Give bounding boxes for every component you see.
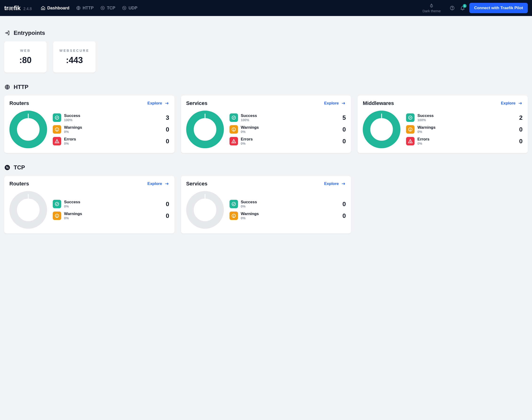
bell-badge: 1 [463, 4, 467, 8]
stat-warnings: Warnings0% 0 [229, 211, 346, 220]
stat-label: Warnings [241, 125, 259, 130]
svg-point-29 [57, 216, 57, 217]
alert-triangle-icon [53, 137, 61, 145]
stat-pct: 0% [64, 216, 82, 220]
stat-count: 3 [166, 114, 169, 121]
donut-chart [186, 191, 224, 229]
stat-success: Success100% 5 [229, 113, 346, 122]
svg-point-10 [57, 130, 57, 131]
dark-theme-label: Dark theme [423, 9, 441, 13]
alert-triangle-icon [229, 137, 238, 145]
card-title: Services [186, 100, 208, 106]
content: Entrypoints WEB :80 WEBSECURE :443 HTTP … [0, 16, 532, 243]
section-tcp-title: TCP [14, 164, 25, 171]
stat-errors: Errors0% 0 [406, 137, 523, 145]
login-icon [4, 30, 10, 36]
stat-label: Success [64, 200, 80, 205]
alert-circle-icon [229, 125, 238, 134]
explore-link[interactable]: Explore [324, 101, 346, 106]
svg-point-23 [410, 142, 410, 143]
stat-count: 0 [166, 138, 169, 145]
stat-warnings: Warnings0% 0 [53, 125, 169, 134]
stat-label: Success [64, 113, 80, 118]
stat-success: Success0% 0 [229, 200, 346, 208]
nav-dashboard[interactable]: Dashboard [41, 6, 69, 11]
stat-label: Warnings [64, 211, 82, 216]
alert-circle-icon [53, 125, 61, 134]
check-circle-icon [229, 200, 238, 208]
stat-pct: 100% [64, 118, 80, 122]
stat-count: 5 [343, 114, 346, 121]
entrypoint-card[interactable]: WEB :80 [4, 41, 47, 73]
dark-theme-toggle[interactable]: Dark theme [423, 3, 441, 13]
stat-pct: 0% [241, 205, 257, 208]
stat-label: Success [417, 113, 434, 118]
explore-link[interactable]: Explore [501, 101, 523, 106]
header-icons: 1 [450, 5, 465, 11]
alert-circle-icon [406, 125, 414, 134]
stat-count: 0 [166, 126, 169, 133]
explore-link[interactable]: Explore [324, 181, 346, 186]
entrypoint-card[interactable]: WEBSECURE :443 [53, 41, 96, 73]
stat-count: 0 [343, 126, 346, 133]
swap-icon [4, 165, 10, 171]
card-title: Middlewares [363, 100, 394, 106]
nav-udp-label: UDP [129, 6, 137, 11]
nav-http-label: HTTP [83, 6, 94, 11]
home-icon [41, 6, 46, 10]
section-http: HTTP [4, 84, 528, 90]
nav-dashboard-label: Dashboard [47, 6, 69, 11]
stat-pct: 0% [417, 130, 436, 134]
brand-version: 2.4.8 [23, 7, 32, 11]
nav-http[interactable]: HTTP [76, 6, 94, 11]
stat-success: Success100% 3 [53, 113, 169, 122]
arrow-right-icon [341, 181, 346, 186]
stat-pct: 0% [241, 142, 253, 145]
nav-tcp-label: TCP [107, 6, 115, 11]
nav-udp[interactable]: UDP [122, 6, 137, 11]
card-title: Routers [9, 100, 29, 106]
explore-label: Explore [324, 101, 339, 106]
svg-point-4 [452, 9, 452, 9]
donut-chart [9, 111, 47, 148]
globe-icon [76, 6, 81, 10]
stat-warnings: Warnings0% 0 [53, 211, 169, 220]
bell-icon[interactable]: 1 [460, 5, 465, 11]
stat-label: Success [241, 200, 257, 205]
svg-point-1 [101, 6, 104, 10]
help-icon[interactable] [450, 5, 455, 11]
section-entrypoints: Entrypoints [4, 30, 528, 36]
arrow-right-icon [341, 101, 346, 106]
svg-point-22 [410, 130, 410, 131]
stat-label: Warnings [417, 125, 436, 130]
alert-triangle-icon [406, 137, 414, 145]
tcp-cards-grid: Routers Explore Success0% 0 Warni [4, 176, 528, 233]
explore-link[interactable]: Explore [147, 101, 169, 106]
http-cards-grid: Routers Explore Success100% 3 War [4, 95, 528, 153]
stats-card: Routers Explore Success0% 0 Warni [4, 176, 174, 233]
stat-count: 0 [166, 200, 169, 208]
stat-label: Errors [64, 137, 76, 142]
droplet-icon [429, 3, 434, 8]
stats-card: Routers Explore Success100% 3 War [4, 95, 174, 153]
explore-label: Explore [147, 181, 162, 186]
stats-card: Middlewares Explore Success100% 2 [358, 95, 528, 153]
stat-count: 0 [343, 138, 346, 145]
stat-label: Warnings [64, 125, 82, 130]
explore-link[interactable]: Explore [147, 181, 169, 186]
stat-success: Success0% 0 [53, 200, 169, 208]
alert-circle-icon [53, 211, 61, 220]
arrow-right-icon [518, 101, 523, 106]
connect-pilot-button[interactable]: Connect with Traefik Pilot [469, 3, 528, 13]
stat-count: 0 [343, 200, 346, 208]
donut-chart [186, 111, 224, 148]
stat-count: 0 [519, 138, 523, 145]
swap-icon [122, 6, 127, 10]
stat-pct: 100% [417, 118, 434, 122]
stat-count: 0 [343, 212, 346, 220]
check-circle-icon [406, 113, 414, 122]
stat-count: 0 [519, 126, 523, 133]
nav-tcp[interactable]: TCP [100, 6, 115, 11]
svg-point-16 [233, 130, 234, 131]
explore-label: Explore [147, 101, 162, 106]
